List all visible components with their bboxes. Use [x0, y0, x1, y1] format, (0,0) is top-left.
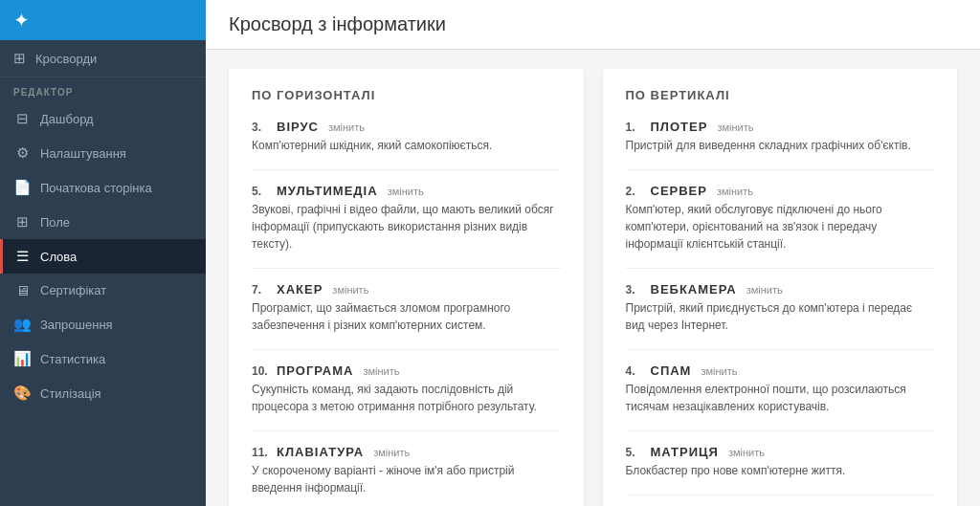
clue-word-2v: СЕРВЕР	[651, 184, 707, 198]
sidebar-statistics-label: Статистика	[40, 352, 105, 366]
clue-number-7h: 7.	[252, 283, 271, 297]
sidebar-invitations-label: Запрошення	[40, 318, 113, 332]
clue-word-3h: ВІРУС	[277, 120, 319, 134]
clue-number-3v: 3.	[626, 283, 645, 297]
clue-horizontal-7: 7. ХАКЕР змінить Програміст, що займаєть…	[252, 282, 561, 334]
clue-number-10h: 10.	[252, 364, 271, 378]
main-content-area: Кросворд з інформатики ПО ГОРИЗОНТАЛІ 3.…	[206, 0, 980, 506]
sidebar-styling-label: Стилізація	[40, 386, 101, 401]
sidebar-item-dashboard[interactable]: ⊟ Дашборд	[0, 101, 206, 136]
clue-word-4v: СПАМ	[651, 363, 692, 378]
clue-desc-5h: Звукові, графічні і відео файли, що мают…	[252, 201, 561, 253]
settings-icon: ⚙	[13, 144, 31, 162]
horizontal-section: ПО ГОРИЗОНТАЛІ 3. ВІРУС змінить Комп'юте…	[229, 69, 584, 506]
sidebar-words-label: Слова	[40, 250, 77, 264]
sidebar-crosswords-label: Кросворди	[35, 52, 97, 66]
page-header: Кросворд з інформатики	[206, 0, 980, 50]
start-page-icon: 📄	[13, 179, 31, 196]
clue-edit-btn-7h[interactable]: змінить	[332, 284, 368, 296]
clue-word-5v: МАТРИЦЯ	[651, 445, 719, 459]
clue-word-5h: МУЛЬТИМЕДІА	[277, 184, 378, 198]
clue-horizontal-11: 11. КЛАВІАТУРА змінить У скороченому вар…	[252, 445, 561, 496]
clue-word-3v: ВЕБКАМЕРА	[651, 282, 737, 297]
clue-desc-3v: Пристрій, який приєднується до комп'ютер…	[626, 299, 935, 334]
sidebar-dashboard-label: Дашборд	[40, 112, 94, 126]
clue-edit-btn-10h[interactable]: змінить	[363, 365, 399, 377]
clue-vertical-1: 1. ПЛОТЕР змінить Пристрій для виведення…	[626, 120, 935, 154]
sidebar-item-field[interactable]: ⊞ Поле	[0, 205, 206, 239]
clue-desc-4v: Повідомлення електронної пошти, що розси…	[626, 381, 935, 415]
clue-edit-btn-2v[interactable]: змінить	[717, 186, 753, 197]
clue-number-11h: 11.	[252, 446, 271, 459]
clue-horizontal-5: 5. МУЛЬТИМЕДІА змінить Звукові, графічні…	[252, 184, 561, 253]
clue-vertical-2: 2. СЕРВЕР змінить Комп'ютер, який обслуг…	[626, 184, 935, 253]
certificate-icon: 🖥	[13, 282, 31, 298]
sidebar-item-statistics[interactable]: 📊 Статистика	[0, 341, 206, 376]
sidebar-settings-label: Налаштування	[40, 146, 126, 161]
clue-desc-7h: Програміст, що займається зломом програм…	[252, 299, 561, 334]
clue-desc-2v: Комп'ютер, який обслуговує підключені до…	[626, 201, 935, 253]
clue-desc-10h: Сукупність команд, які задають послідовн…	[252, 381, 561, 415]
clue-edit-btn-3v[interactable]: змінить	[746, 284, 783, 296]
sidebar-item-invitations[interactable]: 👥 Запрошення	[0, 307, 206, 341]
clue-word-7h: ХАКЕР	[277, 282, 323, 297]
styling-icon: 🎨	[13, 385, 31, 402]
sidebar-item-crosswords[interactable]: ⊞ Кросворди	[0, 40, 206, 77]
sidebar-section-editor: РЕДАКТОР	[0, 77, 206, 101]
sidebar-header: ✦	[0, 0, 206, 40]
content-grid: ПО ГОРИЗОНТАЛІ 3. ВІРУС змінить Комп'юте…	[206, 50, 980, 506]
clue-edit-btn-5h[interactable]: змінить	[388, 186, 424, 197]
sidebar: ✦ ⊞ Кросворди РЕДАКТОР ⊟ Дашборд ⚙ Налаш…	[0, 0, 206, 506]
sidebar-certificate-label: Сертифікат	[40, 283, 106, 297]
field-icon: ⊞	[13, 213, 31, 231]
clue-number-3h: 3.	[252, 121, 271, 134]
clue-horizontal-3: 3. ВІРУС змінить Комп'ютерний шкідник, я…	[252, 120, 561, 154]
vertical-title: ПО ВЕРТИКАЛІ	[626, 88, 935, 102]
clue-desc-3h: Комп'ютерний шкідник, який самокопіюєтьс…	[252, 137, 561, 154]
clue-edit-btn-1v[interactable]: змінить	[717, 121, 753, 133]
clue-desc-5v: Блокбастер про нове комп'ютерне життя.	[626, 462, 935, 479]
sidebar-item-certificate[interactable]: 🖥 Сертифікат	[0, 274, 206, 307]
clue-vertical-3: 3. ВЕБКАМЕРА змінить Пристрій, який приє…	[626, 282, 935, 334]
words-icon: ☰	[13, 248, 31, 265]
horizontal-title: ПО ГОРИЗОНТАЛІ	[252, 88, 561, 102]
clue-edit-btn-3h[interactable]: змінить	[328, 121, 365, 133]
clue-vertical-4: 4. СПАМ змінить Повідомлення електронної…	[626, 363, 935, 415]
sidebar-item-styling[interactable]: 🎨 Стилізація	[0, 376, 206, 410]
clue-horizontal-10: 10. ПРОГРАМА змінить Сукупність команд, …	[252, 363, 561, 415]
clue-vertical-5: 5. МАТРИЦЯ змінить Блокбастер про нове к…	[626, 445, 935, 479]
invitations-icon: 👥	[13, 316, 31, 333]
logo-icon: ✦	[13, 9, 30, 32]
clue-edit-btn-11h[interactable]: змінить	[373, 447, 410, 458]
clue-number-4v: 4.	[626, 364, 645, 378]
clue-edit-btn-5v[interactable]: змінить	[728, 447, 765, 458]
clue-word-11h: КЛАВІАТУРА	[277, 445, 364, 459]
clue-word-1v: ПЛОТЕР	[651, 120, 708, 134]
sidebar-item-settings[interactable]: ⚙ Налаштування	[0, 136, 206, 170]
sidebar-item-start-page[interactable]: 📄 Початкова сторінка	[0, 170, 206, 205]
clue-number-5v: 5.	[626, 446, 645, 459]
statistics-icon: 📊	[13, 350, 31, 367]
clue-number-5h: 5.	[252, 185, 271, 198]
sidebar-start-page-label: Початкова сторінка	[40, 181, 152, 195]
clue-edit-btn-4v[interactable]: змінить	[701, 365, 737, 377]
page-title: Кросворд з інформатики	[229, 13, 446, 34]
clue-desc-1v: Пристрій для виведення складних графічни…	[626, 137, 935, 154]
clue-number-2v: 2.	[626, 185, 645, 198]
sidebar-item-words[interactable]: ☰ Слова	[0, 239, 206, 274]
clue-number-1v: 1.	[626, 121, 645, 134]
vertical-section: ПО ВЕРТИКАЛІ 1. ПЛОТЕР змінить Пристрій …	[603, 69, 958, 506]
sidebar-field-label: Поле	[40, 215, 70, 230]
dashboard-icon: ⊟	[13, 110, 31, 127]
crosswords-icon: ⊞	[13, 50, 26, 67]
clue-desc-11h: У скороченому варіанті - жіноче ім'я або…	[252, 462, 561, 496]
clue-word-10h: ПРОГРАМА	[277, 363, 353, 378]
